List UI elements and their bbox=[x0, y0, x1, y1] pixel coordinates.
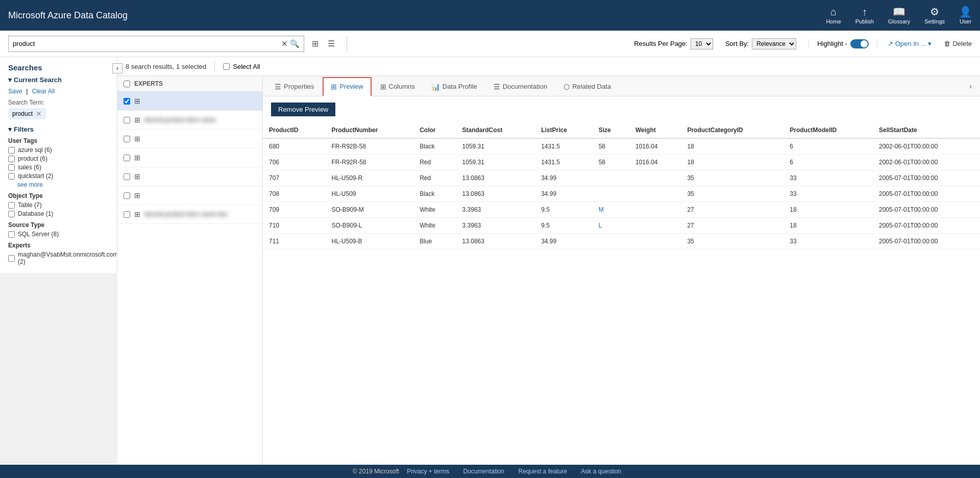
sidebar-collapse-button[interactable]: ‹ bbox=[112, 63, 122, 73]
col-size: Size bbox=[593, 122, 629, 138]
remove-preview-button[interactable]: Remove Preview bbox=[271, 103, 335, 116]
cell-weight bbox=[629, 202, 681, 218]
list-item[interactable]: ⊞ bbox=[117, 186, 262, 205]
main-layout: Searches ▾ Current Search Save | Clear A… bbox=[0, 57, 980, 465]
list-item[interactable]: ⊞ bbox=[117, 167, 262, 186]
cell-listprice: 34.99 bbox=[535, 234, 592, 249]
data-profile-icon: 📊 bbox=[431, 83, 440, 91]
filter-azure-sql: azure sql (6) bbox=[8, 146, 109, 154]
table-row: 707HL-U509-RRed13.086334.9935332005-07-0… bbox=[263, 170, 980, 186]
tab-bar: ☰ Properties ⊞ Preview ⊞ Columns 📊 Data … bbox=[263, 76, 980, 96]
clear-search-icon[interactable]: ✕ bbox=[281, 39, 288, 48]
sort-by-label: Sort By: bbox=[725, 40, 749, 47]
tab-related-data[interactable]: ⬡ Related Data bbox=[556, 77, 619, 96]
cell-productcategoryid: 27 bbox=[681, 202, 783, 218]
list-item-text: blurred product item name bbox=[144, 116, 256, 123]
source-type-label: Source Type bbox=[8, 221, 109, 229]
filter-sql-server: SQL Server (8) bbox=[8, 231, 109, 238]
sidebar: Searches ▾ Current Search Save | Clear A… bbox=[0, 57, 117, 273]
tab-preview-label: Preview bbox=[339, 83, 363, 90]
filter-database-checkbox[interactable] bbox=[8, 211, 15, 217]
nav-user[interactable]: 👤 User bbox=[959, 7, 972, 24]
ask-question-link[interactable]: Ask a question bbox=[581, 468, 621, 475]
list-item-checkbox[interactable] bbox=[124, 155, 130, 161]
cell-size bbox=[593, 170, 629, 186]
nav-settings[interactable]: ⚙ Settings bbox=[924, 7, 945, 24]
cell-listprice: 1431.5 bbox=[535, 155, 592, 170]
delete-button[interactable]: 🗑 Delete bbox=[944, 40, 972, 47]
current-search-section[interactable]: ▾ Current Search bbox=[8, 76, 109, 84]
tab-properties[interactable]: ☰ Properties bbox=[267, 77, 322, 96]
search-icon[interactable]: 🔍 bbox=[290, 39, 300, 48]
search-input-wrapper: ✕ 🔍 bbox=[8, 36, 304, 52]
filter-table-label[interactable]: Table (7) bbox=[18, 202, 42, 209]
save-link[interactable]: Save bbox=[8, 88, 22, 95]
list-item-checkbox[interactable] bbox=[124, 117, 130, 123]
filter-expert-checkbox[interactable] bbox=[8, 255, 15, 262]
col-listprice: ListPrice bbox=[535, 122, 592, 138]
list-item[interactable]: ⊞ blurred product item name two bbox=[117, 205, 262, 224]
table-row: 708HL-U509Black13.086334.9935332005-07-0… bbox=[263, 186, 980, 202]
list-item[interactable]: ⊞ blurred product item name bbox=[117, 111, 262, 130]
results-header: 8 search results, 1 selected Select All bbox=[117, 57, 980, 76]
list-view-button[interactable]: ☰ bbox=[324, 36, 338, 51]
filter-azure-sql-label[interactable]: azure sql (6) bbox=[18, 146, 52, 154]
content-area: 8 search results, 1 selected Select All … bbox=[117, 57, 980, 465]
list-item[interactable]: ⊞ bbox=[117, 148, 262, 167]
nav-publish[interactable]: ↑ Publish bbox=[855, 7, 874, 24]
cell-standardcost: 13.0863 bbox=[456, 234, 535, 249]
list-item-checkbox[interactable] bbox=[124, 211, 130, 218]
list-item-checkbox[interactable] bbox=[124, 98, 130, 105]
filter-sql-server-label[interactable]: SQL Server (8) bbox=[18, 231, 59, 238]
tab-columns[interactable]: ⊞ Columns bbox=[373, 77, 423, 96]
list-item-checkbox[interactable] bbox=[124, 192, 130, 199]
filter-sales-checkbox[interactable] bbox=[8, 164, 15, 171]
filter-expert-label[interactable]: maghan@VsabMsit.onmicrosoft.com (2) bbox=[18, 251, 117, 265]
cell-sellstartdate: 2002-06-01T00:00:00 bbox=[873, 155, 980, 170]
filter-sql-server-checkbox[interactable] bbox=[8, 231, 15, 238]
cell-weight bbox=[629, 234, 681, 249]
sort-by-select[interactable]: Relevance Name bbox=[752, 38, 796, 49]
filter-sales: sales (6) bbox=[8, 164, 109, 171]
filter-product-checkbox[interactable] bbox=[8, 156, 15, 162]
results-per-page-select[interactable]: 10 25 50 bbox=[691, 38, 713, 49]
search-input[interactable] bbox=[13, 40, 279, 47]
list-item-checkbox[interactable] bbox=[124, 136, 130, 142]
search-bar: ✕ 🔍 ⊞ ☰ Results Per Page: 10 25 50 Sort … bbox=[0, 31, 980, 57]
filter-table-checkbox[interactable] bbox=[8, 202, 15, 209]
filter-product-label[interactable]: product (6) bbox=[18, 155, 47, 162]
clear-all-link[interactable]: Clear All bbox=[32, 88, 55, 95]
remove-search-term-button[interactable]: ✕ bbox=[36, 110, 42, 118]
tab-documentation[interactable]: ☰ Documentation bbox=[486, 77, 555, 96]
select-all-checkbox[interactable] bbox=[223, 63, 230, 70]
table-icon: ⊞ bbox=[134, 210, 140, 218]
highlight-toggle[interactable] bbox=[850, 39, 869, 48]
privacy-link[interactable]: Privacy + terms bbox=[407, 468, 449, 475]
list-item[interactable]: ⊞ bbox=[117, 130, 262, 148]
see-more-link[interactable]: see more bbox=[17, 181, 109, 188]
cell-link[interactable]: M bbox=[599, 206, 604, 213]
filter-database-label[interactable]: Database (1) bbox=[18, 210, 53, 217]
cell-size: L bbox=[593, 218, 629, 234]
tab-expand-button[interactable]: › bbox=[965, 80, 976, 92]
list-item-checkbox[interactable] bbox=[124, 173, 130, 180]
tab-preview[interactable]: ⊞ Preview bbox=[323, 77, 371, 96]
open-in-button[interactable]: ↗ Open In ... ▾ bbox=[888, 40, 932, 47]
grid-view-button[interactable]: ⊞ bbox=[308, 36, 322, 51]
filters-section[interactable]: ▾ Filters bbox=[8, 125, 109, 133]
filter-azure-sql-checkbox[interactable] bbox=[8, 147, 15, 154]
documentation-link[interactable]: Documentation bbox=[463, 468, 505, 475]
list-header-checkbox[interactable] bbox=[124, 81, 130, 87]
filter-sales-label[interactable]: sales (6) bbox=[18, 164, 41, 171]
cell-link[interactable]: L bbox=[599, 222, 602, 229]
cell-productmodelid: 18 bbox=[783, 218, 873, 234]
nav-glossary[interactable]: 📖 Glossary bbox=[888, 7, 910, 24]
nav-home[interactable]: ⌂ Home bbox=[826, 7, 841, 24]
filter-quickstart-checkbox[interactable] bbox=[8, 173, 15, 180]
filter-quickstart-label[interactable]: quickstart (2) bbox=[18, 172, 53, 180]
tab-data-profile[interactable]: 📊 Data Profile bbox=[424, 77, 485, 96]
list-item[interactable]: ⊞ bbox=[117, 92, 262, 111]
filter-quickstart: quickstart (2) bbox=[8, 172, 109, 180]
request-feature-link[interactable]: Request a feature bbox=[519, 468, 567, 475]
select-all-label: Select All bbox=[233, 63, 260, 70]
